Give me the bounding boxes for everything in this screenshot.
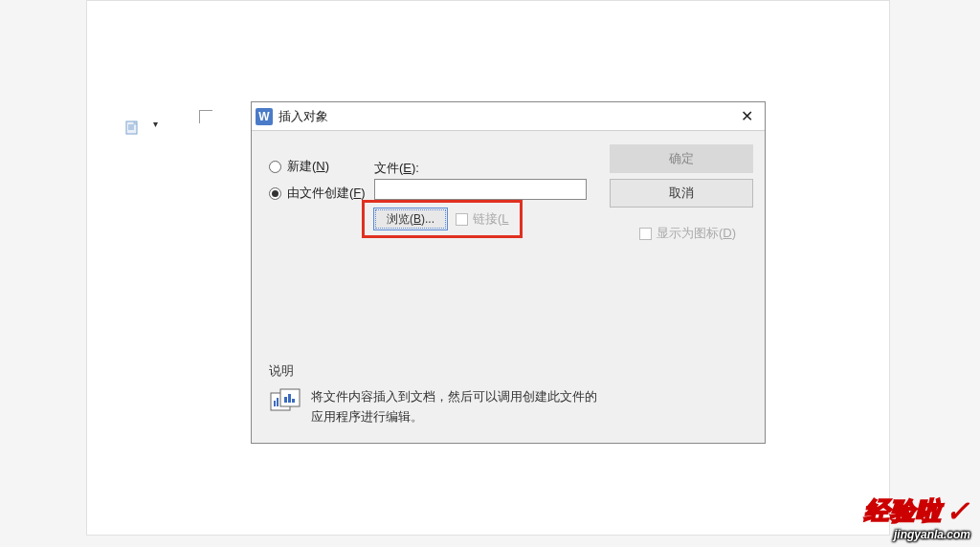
radio-label: 由文件创建(F) — [287, 185, 366, 202]
create-mode-group: 新建(N) 由文件创建(F) — [269, 155, 366, 208]
close-icon[interactable]: ✕ — [732, 103, 761, 130]
checkbox-icon — [639, 228, 652, 240]
file-label: 文件(E): — [374, 160, 419, 177]
dialog-title: 插入对象 — [278, 108, 328, 125]
radio-new[interactable]: 新建(N) — [269, 155, 366, 178]
radio-from-file[interactable]: 由文件创建(F) — [269, 182, 366, 205]
description-heading: 说明 — [269, 362, 604, 380]
svg-rect-6 — [284, 397, 287, 403]
show-as-icon-checkbox: 显示为图标(D) — [639, 225, 736, 242]
description-text: 将文件内容插入到文档，然后可以调用创建此文件的应用程序进行编辑。 — [311, 387, 604, 427]
dialog-titlebar: W 插入对象 ✕ — [252, 102, 765, 131]
browse-button[interactable]: 浏览(B)... — [373, 208, 448, 230]
svg-rect-10 — [277, 398, 278, 406]
radio-circle-icon — [269, 161, 281, 173]
dropdown-caret-icon: ▾ — [153, 119, 158, 129]
svg-rect-9 — [274, 401, 276, 406]
radio-circle-icon — [269, 187, 281, 200]
link-label: 链接(L — [473, 210, 509, 228]
cancel-button[interactable]: 取消 — [610, 179, 753, 208]
insert-object-dialog: W 插入对象 ✕ 新建(N) 由文件创建(F) 文件(E): 确定 取消 浏览(… — [251, 101, 766, 444]
document-icon — [125, 120, 139, 135]
show-as-icon-label: 显示为图标(D) — [657, 225, 736, 242]
radio-label: 新建(N) — [287, 158, 329, 175]
watermark-text: 经验啦 — [864, 494, 942, 528]
page-corner-marker — [199, 110, 212, 123]
file-input[interactable] — [374, 179, 587, 200]
watermark-url: jingyanla.com — [864, 528, 970, 541]
watermark: 经验啦 ✓ jingyanla.com — [864, 494, 970, 541]
ok-button[interactable]: 确定 — [610, 144, 753, 173]
app-icon: W — [256, 108, 273, 125]
svg-rect-8 — [292, 399, 295, 403]
link-checkbox: 链接(L — [456, 210, 509, 228]
checkbox-icon — [456, 213, 468, 226]
insert-file-icon — [269, 387, 303, 414]
description-section: 说明 将文件内容插入到文档，然后可以调用创建此文件的应用程序进行编辑。 — [269, 362, 604, 427]
checkmark-icon: ✓ — [946, 494, 970, 528]
dialog-body: 新建(N) 由文件创建(F) 文件(E): 确定 取消 浏览(B)... 链接(… — [252, 131, 765, 443]
svg-rect-7 — [288, 394, 291, 403]
